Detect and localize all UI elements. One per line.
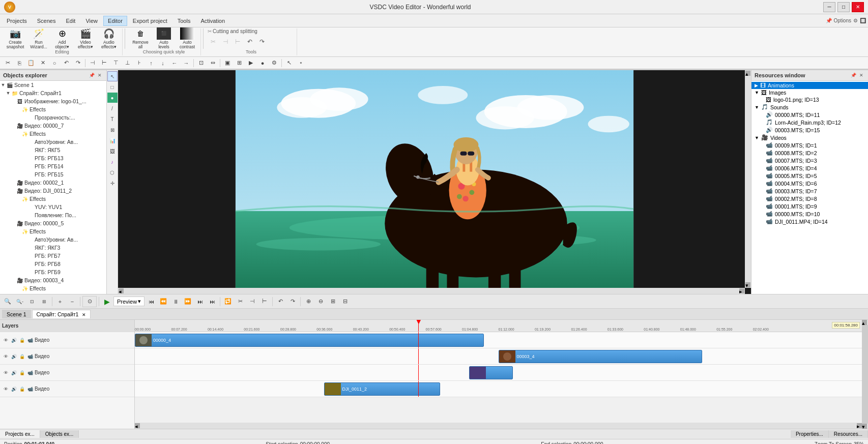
clip-small-1[interactable] [469,366,513,379]
trim-tl-btn[interactable]: ⊢ [259,296,270,307]
tl-scroll-right[interactable]: ▸ [857,423,862,428]
undo-icon[interactable]: ↶ [244,36,255,47]
res-vid-10[interactable]: 📹00000.MTS; ID=10 [751,210,868,218]
go-end2-btn[interactable]: ⏭ [207,296,218,307]
res-vid-7[interactable]: 📹00003.MTS; ID=7 [751,187,868,195]
go-end-btn[interactable]: ⏭ [194,296,206,307]
tree-node-img1[interactable]: 🖼Изображение: logo-01_... [0,97,106,105]
wand-btn[interactable]: ⋆ [295,57,306,69]
crop-tool-btn[interactable]: ⊠ [107,125,118,135]
tree-node-vid3[interactable]: 🎥Видео: DJI_0011_2 [0,187,106,195]
menu-projects[interactable]: Projects [2,16,32,26]
track-audio-2[interactable]: 🔊 [10,353,17,360]
tree-node-appear1[interactable]: Появление: По... [0,211,106,219]
tree-node-scene1[interactable]: ▼🎬Scene 1 [0,81,106,89]
res-sound-1[interactable]: 🔊 00000.MTS; ID=11 [751,111,868,119]
zoom-out-btn[interactable]: 🔍- [14,296,25,307]
menu-view[interactable]: View [81,16,102,26]
track-lock-4[interactable]: 🔒 [18,386,25,393]
tl-zoom-out-btn2[interactable]: ⊖ [315,296,326,307]
cut-tl-btn[interactable]: ✂ [235,296,246,307]
draw-rect-btn[interactable]: □ [107,82,118,92]
delete-btn[interactable]: ✕ [37,57,48,69]
tree-node-vid4[interactable]: 🎥Видео: 00000_5 [0,219,106,227]
track-audio-4[interactable]: 🔊 [10,386,17,393]
bar-chart-btn[interactable]: 📊 [107,135,118,145]
tree-node-fx3[interactable]: ✨Effects [0,195,106,203]
options-button[interactable]: Options [834,18,851,23]
close-button[interactable]: ✕ [852,2,864,12]
move-up-btn[interactable]: ↑ [146,57,157,69]
tree-node-rgb6[interactable]: РГБ: РГБ9 [0,268,106,276]
copy-btn[interactable]: ⎘ [14,57,25,69]
bottom-tab-properties[interactable]: Properties... [791,430,829,438]
split-tl-btn[interactable]: ⊣ [247,296,258,307]
zoom-custom-btn[interactable]: ⊞ [39,296,50,307]
tree-node-fx4[interactable]: ✨Effects [0,227,106,235]
redo-icon[interactable]: ↷ [256,36,268,47]
align-center-btn[interactable]: ⊢ [99,57,110,69]
track-vis-1[interactable]: 👁 [2,337,9,344]
undo-btn[interactable]: ↶ [61,57,72,69]
v-scrollbar[interactable]: ▴ ▾ [745,70,751,288]
trim-icon[interactable]: ⊢ [232,36,243,47]
select-tool-btn[interactable]: ↖ [107,71,118,81]
tree-node-trans1[interactable]: Прозрачность:... [0,113,106,122]
pointer-btn[interactable]: ↖ [283,57,295,69]
track-vis-3[interactable]: 👁 [2,369,9,376]
circle-btn[interactable]: ○ [49,57,60,69]
bottom-tab-projects[interactable]: Projects ex... [0,430,40,438]
tree-node-yuv1[interactable]: YUV: YUV1 [0,203,106,211]
bottom-tab-objects[interactable]: Objects ex... [40,430,79,438]
redo-tl-btn[interactable]: ↷ [287,296,298,307]
tl-vscroll-up[interactable]: ▴ [862,320,867,325]
shape-tool-btn[interactable]: ⬡ [107,167,118,177]
auto-levels-button[interactable]: ⬛ Auto levels [153,26,175,51]
res-vid-9[interactable]: 📹00001.MTS; ID=9 [751,202,868,210]
move-right-btn[interactable]: → [181,57,192,69]
res-vid-8[interactable]: 📹00002.MTS; ID=8 [751,195,868,202]
text-tool-btn[interactable]: T [107,114,118,124]
track-audio-3[interactable]: 🔊 [10,369,17,376]
flip-btn[interactable]: ⇔ [207,57,218,69]
timeline-v-scrollbar[interactable]: ▴ ▾ [862,320,868,429]
tree-node-ykg2[interactable]: ЯКГ: ЯКГ3 [0,244,106,252]
res-sounds[interactable]: ▼ 🎵 Sounds [751,103,868,111]
tree-node-fx2[interactable]: ✨Effects [0,130,106,138]
track-vis-2[interactable]: 👁 [2,353,9,360]
align-right-btn[interactable]: ⊤ [110,57,122,69]
clip-dji[interactable]: DJI_0011_2 [324,382,441,396]
res-vid-6[interactable]: 📹00004.MTS; ID=6 [751,180,868,187]
menu-activation[interactable]: Activation [196,16,229,26]
cut-icon[interactable]: ✂ [208,36,219,47]
move-left-btn[interactable]: ← [169,57,180,69]
clip-00003-4[interactable]: 00003_4 [499,350,702,363]
step-back-btn[interactable]: ⏪ [158,296,169,307]
loop-btn[interactable]: 🔁 [222,296,234,307]
tree-node-rgb1[interactable]: РГБ: РГБ13 [0,154,106,162]
h-scrollbar[interactable]: ◂ ▸ [118,288,745,294]
clip-00000-4[interactable]: 00000_4 [135,334,484,347]
res-animations[interactable]: ▶ 🎞 Animations [751,82,868,89]
track-lock-1[interactable]: 🔒 [18,337,25,344]
bottom-tab-resources[interactable]: Resources... [829,430,868,438]
tl-extra-btn[interactable]: ⊞ [327,296,338,307]
res-vid-11[interactable]: 📹DJI_0011.MP4; ID=14 [751,218,868,225]
crop-btn[interactable]: ⊡ [195,57,207,69]
tl-vscroll-track[interactable] [862,325,868,424]
scroll-left-btn[interactable]: ◂ [119,288,124,293]
tab-sprite1[interactable]: Спрайт: Спрайт1 ✕ [32,310,91,318]
auto-contrast-button[interactable]: Auto contrast [176,26,198,51]
draw-tool-btn[interactable]: ● [107,93,118,103]
res-vid-5[interactable]: 📹00005.MTS; ID=5 [751,172,868,180]
pin-resources-btn[interactable]: 📌 [850,72,857,79]
tree-node-vid5[interactable]: 🎥Видео: 00003_4 [0,276,106,284]
tab-scene1[interactable]: Scene 1 [2,310,31,318]
step-fwd-btn[interactable]: ⏩ [182,296,193,307]
res-sound-2[interactable]: 🎵 Lorn-Acid_Rain.mp3; ID=12 [751,119,868,126]
play-btn2[interactable]: ▶ [245,57,256,69]
tl-vscroll-down[interactable]: ▾ [862,424,867,429]
tree-node-rgb3[interactable]: РГБ: РГБ15 [0,170,106,179]
res-vid-2[interactable]: 📹00008.MTS; ID=2 [751,149,868,157]
menu-edit[interactable]: Edit [61,16,80,26]
